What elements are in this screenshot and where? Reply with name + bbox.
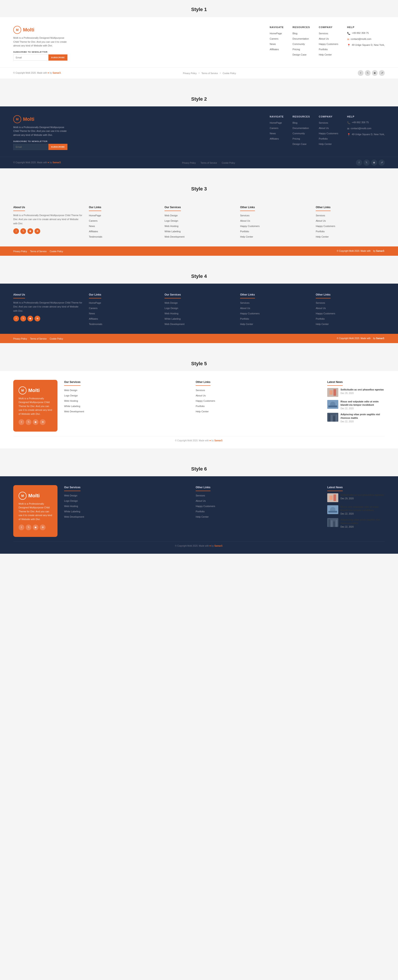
pinterest-icon-4[interactable]: ⊕ xyxy=(35,316,40,321)
ol-happy-6[interactable]: Happy Customers xyxy=(196,505,215,508)
svc-whitelabel-6[interactable]: White Labeling xyxy=(64,510,80,513)
ol-about-5[interactable]: About Us xyxy=(196,394,206,397)
svc-whitelabel-5[interactable]: White Labeling xyxy=(64,405,80,407)
co-help-1[interactable]: Help Center xyxy=(319,53,332,56)
svc-whitelabel-3[interactable]: White Labeling xyxy=(165,230,181,233)
twitter-icon-6[interactable]: 𝕏 xyxy=(25,525,32,530)
svc-whitelabel-4[interactable]: White Labeling xyxy=(165,317,181,320)
twitter-icon-4[interactable]: 𝕏 xyxy=(21,316,26,321)
ol-help-6[interactable]: Help Center xyxy=(196,515,209,518)
link-careers-3[interactable]: Careers xyxy=(89,220,98,222)
samar-link-6[interactable]: Samar3 xyxy=(214,545,222,547)
ol-services-4b[interactable]: Services xyxy=(316,302,325,304)
co-about-1[interactable]: About Us xyxy=(319,37,329,40)
ol-services-6[interactable]: Services xyxy=(196,494,205,497)
co-portfolio-2[interactable]: Portfolio xyxy=(319,137,328,140)
samar-link-2[interactable]: Samar3 xyxy=(52,161,60,164)
ol-happy-4b[interactable]: Happy Customers xyxy=(316,312,335,315)
ol-portfolio-6[interactable]: Portfolio xyxy=(196,510,205,513)
co-happy-2[interactable]: Happy Customers xyxy=(319,132,338,135)
link-testimonials-4[interactable]: Testimonials xyxy=(89,323,102,325)
ol-help-3b[interactable]: Help Center xyxy=(316,235,329,238)
nav-careers-2[interactable]: Careers xyxy=(270,127,278,129)
ol-about-4b[interactable]: About Us xyxy=(316,307,326,310)
svc-webhosting-6[interactable]: Web Hosting xyxy=(64,505,78,508)
facebook-icon-5[interactable]: f xyxy=(19,419,24,425)
co-services-1[interactable]: Services xyxy=(319,32,328,35)
twitter-icon-3[interactable]: 𝕏 xyxy=(21,228,26,234)
ol-about-4a[interactable]: About Us xyxy=(240,307,250,310)
ol-about-6[interactable]: About Us xyxy=(196,500,206,502)
twitter-icon-2[interactable]: 𝕏 xyxy=(363,159,370,166)
privacy-link-1[interactable]: Privacy Policy xyxy=(183,72,197,75)
subscribe-btn-1[interactable]: SUBSCRIBE xyxy=(48,54,67,60)
cookie-link-2[interactable]: Cookie Policy xyxy=(222,162,235,164)
privacy-link-2[interactable]: Privacy Policy xyxy=(182,162,196,164)
svc-webdesign-3[interactable]: Web Design xyxy=(165,214,178,217)
twitter-icon-5[interactable]: 𝕏 xyxy=(25,419,32,425)
link-testimonials-3[interactable]: Testimonials xyxy=(89,235,102,238)
cookie-link-1[interactable]: Cookie Policy xyxy=(223,72,236,75)
ol-portfolio-4b[interactable]: Portfolio xyxy=(316,317,325,320)
ol-services-3b[interactable]: Services xyxy=(316,214,325,217)
nav-item-news-1[interactable]: News xyxy=(270,43,276,45)
res-pricing-2[interactable]: Pricing xyxy=(293,137,300,140)
ol-help-3a[interactable]: Help Center xyxy=(240,235,253,238)
link-careers-4[interactable]: Careers xyxy=(89,307,98,310)
res-docs-2[interactable]: Documentation xyxy=(293,127,309,129)
link-news-3[interactable]: News xyxy=(89,225,95,228)
privacy-link-3[interactable]: Privacy Policy xyxy=(13,250,27,253)
instagram-icon-3[interactable]: ◉ xyxy=(27,228,33,234)
instagram-icon-5[interactable]: ◉ xyxy=(33,419,38,425)
nav-item-careers-1[interactable]: Careers xyxy=(270,37,278,40)
svc-logo-4[interactable]: Logo Design xyxy=(165,307,178,310)
svc-webhosting-4[interactable]: Web Hosting xyxy=(165,312,178,315)
res-docs-1[interactable]: Documentation xyxy=(293,37,309,40)
svc-webdev-5[interactable]: Web Development xyxy=(64,410,84,413)
ol-about-3b[interactable]: About Us xyxy=(316,220,326,222)
terms-link-3[interactable]: Terms of Service xyxy=(30,250,46,253)
ol-services-3a[interactable]: Services xyxy=(240,214,249,217)
nav-news-2[interactable]: News xyxy=(270,132,276,135)
instagram-icon-4[interactable]: ◉ xyxy=(27,316,33,321)
ol-help-4b[interactable]: Help Center xyxy=(316,323,329,325)
ol-portfolio-3a[interactable]: Portfolio xyxy=(240,230,249,233)
svc-webdev-3[interactable]: Web Development xyxy=(165,235,184,238)
ol-services-5[interactable]: Services xyxy=(196,389,205,391)
instagram-icon-6[interactable]: ◉ xyxy=(33,525,38,530)
privacy-link-4[interactable]: Privacy Policy xyxy=(13,337,27,340)
samar-link-5[interactable]: Samar3 xyxy=(214,439,222,442)
link-affiliates-3[interactable]: Affiliates xyxy=(89,230,98,233)
ol-portfolio-4a[interactable]: Portfolio xyxy=(240,317,249,320)
co-services-2[interactable]: Services xyxy=(319,121,328,124)
terms-link-4[interactable]: Terms of Service xyxy=(30,337,46,340)
svc-logo-3[interactable]: Logo Design xyxy=(165,220,178,222)
subscribe-form-2[interactable]: SUBSCRIBE xyxy=(13,144,67,150)
svc-webdesign-6[interactable]: Web Design xyxy=(64,494,78,497)
ol-help-5[interactable]: Help Center xyxy=(196,410,209,413)
svc-webdesign-5[interactable]: Web Design xyxy=(64,389,78,391)
svc-webdev-4[interactable]: Web Development xyxy=(165,323,184,325)
res-community-1[interactable]: Community xyxy=(293,43,305,45)
link-affiliates-4[interactable]: Affiliates xyxy=(89,317,98,320)
svc-webdev-6[interactable]: Web Development xyxy=(64,515,84,518)
co-happy-1[interactable]: Happy Customers xyxy=(319,43,338,45)
link-homepage-4[interactable]: HomePage xyxy=(89,302,101,304)
subscribe-form-1[interactable]: SUBSCRIBE xyxy=(13,54,67,60)
facebook-icon-2[interactable]: f xyxy=(356,159,362,166)
res-blog-1[interactable]: Blog xyxy=(293,32,297,35)
ol-portfolio-3b[interactable]: Portfolio xyxy=(316,230,325,233)
ol-portfolio-5[interactable]: Portfolio xyxy=(196,405,205,407)
pinterest-icon-6[interactable]: ⊕ xyxy=(40,525,46,530)
instagram-icon-1[interactable]: ◉ xyxy=(372,70,377,76)
ol-happy-3a[interactable]: Happy Customers xyxy=(240,225,260,228)
twitter-icon-1[interactable]: 𝕏 xyxy=(365,70,371,76)
email-input-1[interactable] xyxy=(13,54,48,60)
facebook-icon-3[interactable]: f xyxy=(13,228,19,234)
pinterest-icon-3[interactable]: ⊕ xyxy=(35,228,40,234)
co-about-2[interactable]: About Us xyxy=(319,127,329,129)
ol-happy-3b[interactable]: Happy Customers xyxy=(316,225,335,228)
cookie-link-4[interactable]: Cookie Policy xyxy=(50,337,63,340)
link-homepage-3[interactable]: HomePage xyxy=(89,214,101,217)
email-input-2[interactable] xyxy=(13,144,48,150)
